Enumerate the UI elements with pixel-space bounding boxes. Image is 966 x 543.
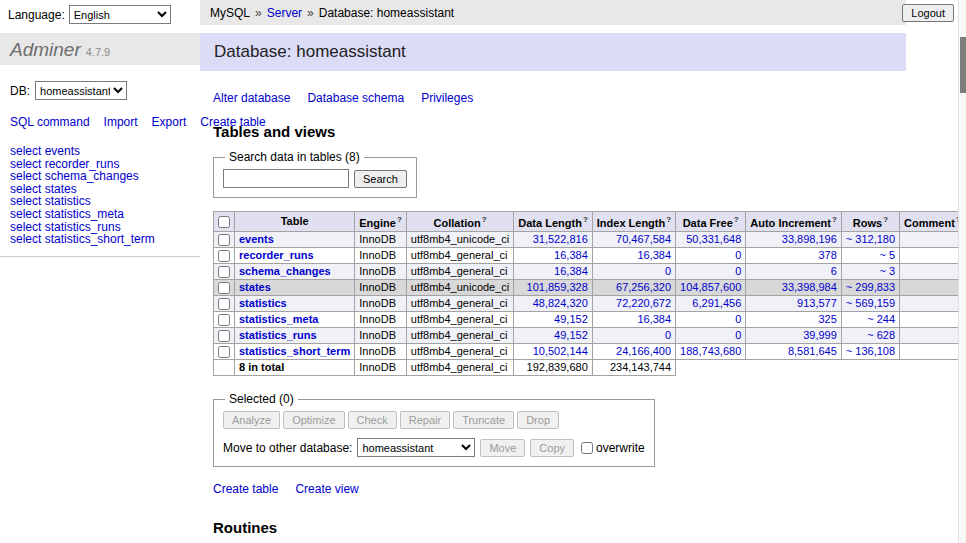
row-checkbox-statistics-meta[interactable] [218,314,230,326]
sidebar-item-select-statistics-short-term[interactable]: select statistics_short_term [10,233,190,246]
comment-cell [900,328,966,344]
db-label: DB: [10,84,30,98]
table-link-states[interactable]: states [239,281,271,293]
index-length-cell: 16,384 [592,312,675,328]
help-link[interactable]: ? [482,215,487,224]
sidebar-action-export[interactable]: Export [152,115,187,129]
analyze-button: Analyze [223,411,280,429]
row-checkbox-statistics[interactable] [218,298,230,310]
app-name: Adminer [10,39,81,60]
engine-cell: InnoDB [355,279,407,295]
index-length-cell: 67,256,320 [592,279,675,295]
comment-cell [900,344,966,360]
scrollbar-thumb[interactable] [960,37,966,93]
check-button: Check [348,411,397,429]
table-link-statistics-runs[interactable]: statistics_runs [239,329,317,341]
db-action-database-schema[interactable]: Database schema [307,91,404,105]
help-link[interactable]: ? [883,215,888,224]
index-length-cell: 70,467,584 [592,231,675,247]
search-input[interactable] [223,169,349,188]
sidebar-action-sql-command[interactable]: SQL command [10,115,90,129]
auto-increment-cell: 8,581,645 [746,344,842,360]
copy-button: Copy [530,439,574,457]
help-link[interactable]: ? [832,215,837,224]
data-free-cell: 6,291,456 [676,296,746,312]
auto-increment-cell: 913,577 [746,296,842,312]
engine-cell: InnoDB [355,247,407,263]
sidebar-item-select-schema-changes[interactable]: select schema_changes [10,170,190,183]
row-checkbox-statistics-short-term[interactable] [218,346,230,358]
comment-cell [900,279,966,295]
move-row: Move to other database: homeassistant Mo… [223,438,645,457]
auto-increment-cell: 6 [746,263,842,279]
sidebar-item-select-statistics-meta[interactable]: select statistics_meta [10,208,190,221]
data-length-cell: 10,502,144 [514,344,592,360]
vertical-scrollbar[interactable] [958,0,966,543]
sidebar-item-select-events[interactable]: select events [10,145,190,158]
engine-cell: InnoDB [355,263,407,279]
move-db-select[interactable]: homeassistant [357,438,475,457]
search-button[interactable]: Search [354,170,407,188]
col-header-comment: Comment? [900,212,966,232]
table-link-statistics[interactable]: statistics [239,297,287,309]
overwrite-checkbox[interactable] [581,442,593,454]
data-length-cell: 16,384 [514,247,592,263]
row-checkbox-schema-changes[interactable] [218,266,230,278]
collation-cell: utf8mb4_general_ci [406,247,513,263]
col-header-auto-increment: Auto Increment? [746,212,842,232]
col-header-data-free: Data Free? [676,212,746,232]
table-link-events[interactable]: events [239,233,274,245]
selected-legend: Selected (0) [225,392,298,406]
routines-title: Routines [213,519,906,536]
overwrite-label: overwrite [596,441,645,455]
breadcrumb-server-link[interactable]: Server [267,6,302,20]
page-title: Database: homeassistant [200,33,906,71]
db-action-alter-database[interactable]: Alter database [213,91,290,105]
total-engine-cell: InnoDB [355,360,407,376]
table-row: statistics_short_termInnoDButf8mb4_gener… [214,344,966,360]
table-header-row: TableEngine?Collation?Data Length?Index … [214,212,966,232]
tables-section-title: Tables and views [213,123,906,140]
table-row: schema_changesInnoDButf8mb4_general_ci16… [214,263,966,279]
help-link[interactable]: ? [734,215,739,224]
link-create-view[interactable]: Create view [295,482,358,496]
overwrite-option: overwrite [581,441,645,455]
table-link-statistics-meta[interactable]: statistics_meta [239,313,319,325]
data-free-cell: 0 [676,312,746,328]
help-link[interactable]: ? [397,215,402,224]
search-legend: Search data in tables (8) [225,150,364,164]
logout-button[interactable]: Logout [902,4,954,22]
top-bar: Language:English [0,0,200,26]
table-link-recorder-runs[interactable]: recorder_runs [239,249,314,261]
data-free-cell: 0 [676,263,746,279]
select-all-checkbox[interactable] [218,216,230,228]
comment-cell [900,312,966,328]
index-length-cell: 0 [592,263,675,279]
link-create-table[interactable]: Create table [213,482,278,496]
main-panel: Database: homeassistant Alter databaseDa… [200,33,906,543]
db-action-privileges[interactable]: Privileges [421,91,473,105]
row-checkbox-states[interactable] [218,282,230,294]
collation-cell: utf8mb4_unicode_ci [406,279,513,295]
create-links: Create tableCreate view [213,482,906,496]
language-select[interactable]: English [69,5,171,24]
help-link[interactable]: ? [666,215,671,224]
table-link-statistics-short-term[interactable]: statistics_short_term [239,345,350,357]
auto-increment-cell: 33,398,984 [746,279,842,295]
index-length-cell: 0 [592,328,675,344]
rows-cell: ~ 3 [841,263,899,279]
optimize-button: Optimize [283,411,344,429]
rows-cell: ~ 312,180 [841,231,899,247]
row-checkbox-recorder-runs[interactable] [218,250,230,262]
drop-button: Drop [517,411,559,429]
selected-fieldset: Selected (0) AnalyzeOptimizeCheckRepairT… [213,392,655,467]
auto-increment-cell: 325 [746,312,842,328]
row-checkbox-events[interactable] [218,234,230,246]
db-select[interactable]: homeassistant [35,81,127,100]
table-link-schema-changes[interactable]: schema_changes [239,265,331,277]
collation-cell: utf8mb4_general_ci [406,328,513,344]
row-checkbox-statistics-runs[interactable] [218,330,230,342]
help-link[interactable]: ? [583,215,588,224]
col-header-index-length: Index Length? [592,212,675,232]
sidebar-action-import[interactable]: Import [104,115,138,129]
